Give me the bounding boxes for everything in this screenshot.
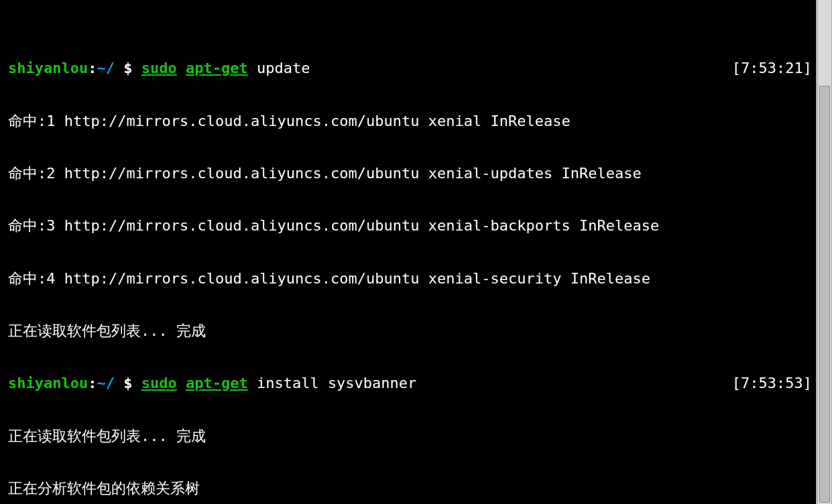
prompt-sep: :: [88, 60, 97, 76]
sudo-cmd: sudo: [141, 60, 177, 76]
scrollbar-thumb[interactable]: [819, 86, 830, 503]
terminal[interactable]: shiyanlou:~/ $ sudo apt-get update[7:53:…: [0, 0, 817, 504]
aptget-cmd: apt-get: [186, 375, 248, 391]
output-line: 正在读取软件包列表... 完成: [8, 318, 815, 344]
prompt-sep: :: [88, 375, 97, 391]
cmd2-args: install sysvbanner: [248, 375, 417, 391]
cmd1-args: update: [248, 60, 310, 76]
output-line: 命中:1 http://mirrors.cloud.aliyuncs.com/u…: [8, 108, 815, 134]
prompt-user: shiyanlou: [8, 375, 88, 391]
scrollbar[interactable]: [817, 0, 832, 504]
output-line: 命中:2 http://mirrors.cloud.aliyuncs.com/u…: [8, 160, 815, 186]
prompt-path: ~/: [97, 60, 115, 76]
timestamp-2: [7:53:53]: [732, 370, 812, 396]
prompt-line-1: shiyanlou:~/ $ sudo apt-get update[7:53:…: [8, 55, 815, 81]
sudo-cmd: sudo: [141, 375, 177, 391]
prompt-path: ~/: [97, 375, 115, 391]
output-line: 命中:4 http://mirrors.cloud.aliyuncs.com/u…: [8, 265, 815, 292]
output-line: 正在分析软件包的依赖关系树: [8, 475, 815, 501]
output-line: 正在读取软件包列表... 完成: [8, 423, 815, 449]
timestamp-1: [7:53:21]: [732, 55, 812, 81]
output-line: 命中:3 http://mirrors.cloud.aliyuncs.com/u…: [8, 212, 815, 239]
prompt-line-2: shiyanlou:~/ $ sudo apt-get install sysv…: [8, 370, 815, 396]
prompt-user: shiyanlou: [8, 60, 88, 76]
prompt-dollar: $: [115, 60, 141, 76]
prompt-dollar: $: [115, 375, 141, 391]
aptget-cmd: apt-get: [186, 60, 248, 76]
